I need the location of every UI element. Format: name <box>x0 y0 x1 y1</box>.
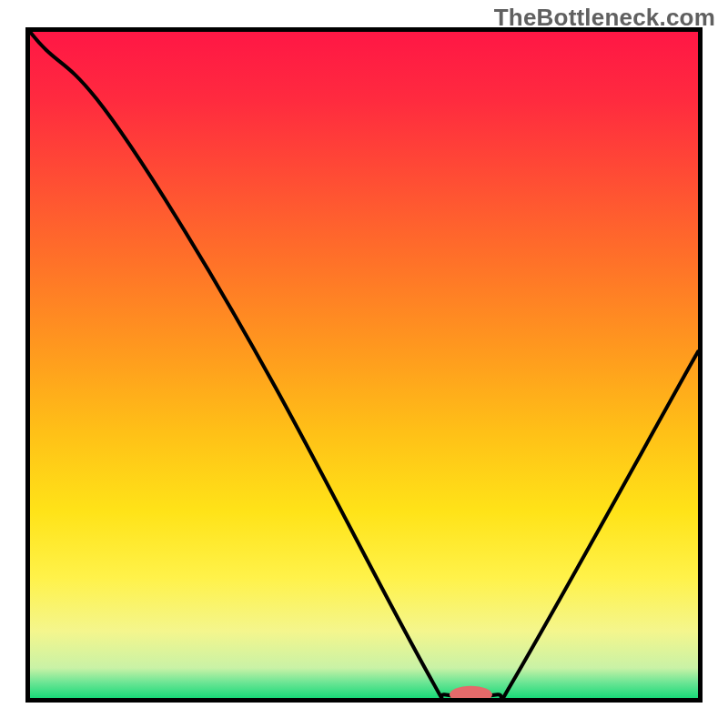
chart-container: TheBottleneck.com <box>0 0 728 728</box>
chart-frame <box>25 27 703 703</box>
watermark-text: TheBottleneck.com <box>494 4 715 32</box>
chart-svg <box>30 32 698 698</box>
chart-background <box>30 32 698 698</box>
